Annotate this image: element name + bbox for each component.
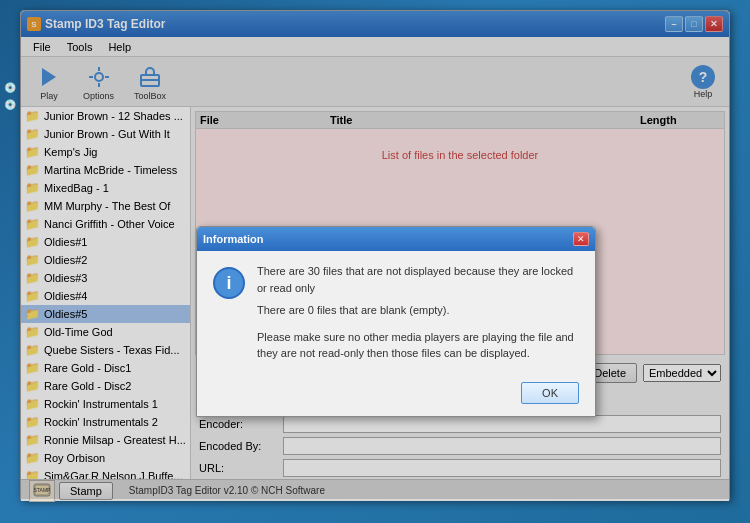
desktop: 💿 💿 S Stamp ID3 Tag Editor – □ ✕ File To… [0,0,750,523]
modal-overlay: Information ✕ i There are 30 files that … [21,11,729,499]
desktop-icon-1: 💿 [0,80,18,95]
dialog-title: Information [203,233,264,245]
dialog-info-icon: i [213,267,245,299]
desktop-icons: 💿 💿 [0,80,18,112]
dialog-message-line2: There are 0 files that are blank (empty)… [257,302,579,319]
dialog: Information ✕ i There are 30 files that … [196,226,596,417]
dialog-message: There are 30 files that are not displaye… [257,263,579,362]
dialog-message-line1: There are 30 files that are not displaye… [257,263,579,296]
desktop-icon-2: 💿 [0,97,18,112]
dialog-body: i There are 30 files that are not displa… [197,251,595,374]
dialog-close-button[interactable]: ✕ [573,232,589,246]
ok-button[interactable]: OK [521,382,579,404]
dialog-footer: OK [197,374,595,416]
dialog-message-line3: Please make sure no other media players … [257,329,579,362]
app-window: S Stamp ID3 Tag Editor – □ ✕ File Tools … [20,10,730,500]
dialog-title-bar: Information ✕ [197,227,595,251]
